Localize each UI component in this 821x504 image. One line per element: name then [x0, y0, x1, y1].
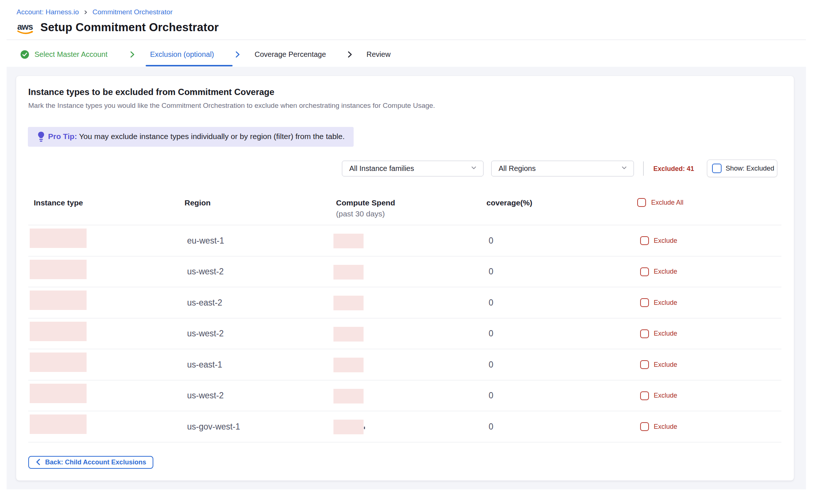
instance-type-redacted	[30, 260, 87, 279]
instance-type-redacted	[30, 414, 87, 434]
tab-select-master-account[interactable]: Select Master Account	[34, 50, 107, 59]
instance-type-redacted	[30, 384, 87, 403]
row-region: us-west-2	[187, 256, 224, 287]
row-exclude-label: Exclude	[654, 361, 677, 369]
compute-spend-redacted	[333, 234, 364, 248]
row-coverage: 0	[489, 380, 493, 411]
show-excluded-checkbox[interactable]	[712, 164, 722, 173]
row-region: us-east-2	[187, 287, 222, 318]
show-excluded-button[interactable]: Show: Excluded	[707, 160, 777, 177]
tab-review[interactable]: Review	[366, 50, 391, 59]
column-coverage: coverage(%)	[486, 198, 532, 207]
regions-dropdown[interactable]: All Regions	[491, 161, 634, 176]
row-region: us-east-1	[187, 349, 222, 380]
compute-spend-redacted	[333, 296, 364, 310]
column-compute-spend: Compute Spend	[336, 198, 395, 207]
row-exclude-checkbox[interactable]	[640, 329, 649, 338]
step-chevron-icon	[129, 51, 136, 59]
row-exclude-checkbox[interactable]	[640, 360, 649, 369]
spend-value-mark	[364, 427, 365, 429]
row-coverage: 0	[489, 225, 493, 256]
show-excluded-label: Show: Excluded	[726, 164, 774, 172]
instance-type-redacted	[30, 291, 87, 310]
instance-type-redacted	[30, 322, 87, 341]
table-row: us-east-2 0 Exclude	[28, 287, 781, 318]
tab-exclusion-optional[interactable]: Exclusion (optional)	[150, 50, 214, 59]
step-completed-check-icon	[21, 50, 29, 60]
compute-spend-redacted	[333, 358, 364, 372]
row-exclude-checkbox[interactable]	[640, 267, 649, 276]
table-row: us-west-2 0 Exclude	[28, 256, 781, 288]
table-row: us-gov-west-1 0 Exclude	[28, 411, 781, 442]
back-button-label: Back: Child Account Exclusions	[45, 459, 146, 466]
table-body: eu-west-1 0 Exclude us-west-2 0 Exclude …	[28, 225, 781, 442]
table-row: us-east-1 0 Exclude	[28, 349, 781, 380]
table-header: Instance type Region Compute Spend (past…	[28, 198, 781, 225]
excluded-count-badge: Excluded: 41	[653, 165, 694, 173]
tab-coverage-percentage[interactable]: Coverage Percentage	[255, 50, 326, 59]
exclude-all-checkbox[interactable]	[637, 198, 646, 207]
pro-tip-banner: Pro Tip: You may exclude instance types …	[28, 127, 354, 147]
row-exclude-checkbox[interactable]	[640, 422, 649, 431]
row-coverage: 0	[489, 287, 493, 318]
breadcrumb-account-link[interactable]: Account: Harness.io	[17, 8, 79, 16]
breadcrumb-commitment-orchestrator-link[interactable]: Commitment Orchestrator	[92, 8, 173, 16]
row-exclude-label: Exclude	[654, 299, 677, 307]
instance-type-redacted	[30, 229, 87, 248]
row-region: us-west-2	[187, 318, 224, 349]
aws-logo-icon: aws	[17, 22, 35, 37]
compute-spend-redacted	[333, 420, 364, 434]
step-chevron-icon	[346, 51, 353, 59]
row-coverage: 0	[489, 318, 493, 349]
row-coverage: 0	[489, 411, 493, 442]
row-region: us-west-2	[187, 380, 224, 411]
breadcrumb-chevron-icon	[83, 10, 88, 15]
column-region: Region	[185, 198, 211, 207]
instance-families-value: All Instance families	[349, 164, 470, 173]
exclusion-card: Instance types to be excluded from Commi…	[16, 76, 794, 481]
page: Account: Harness.io Commitment Orchestra…	[0, 0, 821, 504]
pro-tip-label: Pro Tip:	[48, 132, 77, 140]
wizard-steps: Select Master Account Exclusion (optiona…	[0, 40, 821, 67]
compute-spend-redacted	[333, 265, 364, 280]
card-title: Instance types to be excluded from Commi…	[28, 87, 274, 97]
row-exclude-label: Exclude	[654, 423, 677, 431]
row-exclude-label: Exclude	[654, 330, 677, 337]
pro-tip-text: Pro Tip: You may exclude instance types …	[48, 132, 345, 141]
back-button[interactable]: Back: Child Account Exclusions	[28, 456, 153, 469]
table-row: eu-west-1 0 Exclude	[28, 225, 781, 256]
row-exclude-label: Exclude	[654, 268, 677, 275]
breadcrumb: Account: Harness.io Commitment Orchestra…	[17, 8, 173, 16]
lightbulb-icon	[38, 131, 44, 144]
compute-spend-redacted	[333, 327, 364, 342]
table-row: us-west-2 0 Exclude	[28, 318, 781, 350]
column-compute-spend-subtitle: (past 30 days)	[336, 209, 395, 218]
exclude-all-label: Exclude All	[651, 199, 683, 207]
regions-value: All Regions	[499, 164, 621, 173]
page-title: Setup Commitment Orchestrator	[40, 21, 219, 34]
row-exclude-checkbox[interactable]	[640, 236, 649, 245]
chevron-down-icon	[621, 164, 628, 173]
compute-spend-redacted	[333, 389, 364, 403]
instance-type-redacted	[30, 353, 87, 372]
column-instance-type: Instance type	[34, 198, 83, 207]
svg-text:aws: aws	[17, 22, 33, 32]
step-chevron-icon	[234, 51, 241, 59]
row-coverage: 0	[489, 256, 493, 287]
row-region: eu-west-1	[187, 225, 224, 256]
row-exclude-label: Exclude	[654, 392, 677, 399]
table-row: us-west-2 0 Exclude	[28, 380, 781, 412]
filter-divider	[643, 161, 644, 176]
card-subtitle: Mark the Instance types you would like t…	[28, 102, 435, 110]
row-exclude-label: Exclude	[654, 237, 677, 245]
row-region: us-gov-west-1	[187, 411, 240, 442]
chevron-down-icon	[470, 164, 477, 173]
chevron-left-icon	[36, 459, 40, 467]
row-exclude-checkbox[interactable]	[640, 298, 649, 307]
active-tab-underline	[146, 65, 233, 66]
row-coverage: 0	[489, 349, 493, 380]
instance-families-dropdown[interactable]: All Instance families	[342, 161, 484, 176]
row-exclude-checkbox[interactable]	[640, 391, 649, 400]
